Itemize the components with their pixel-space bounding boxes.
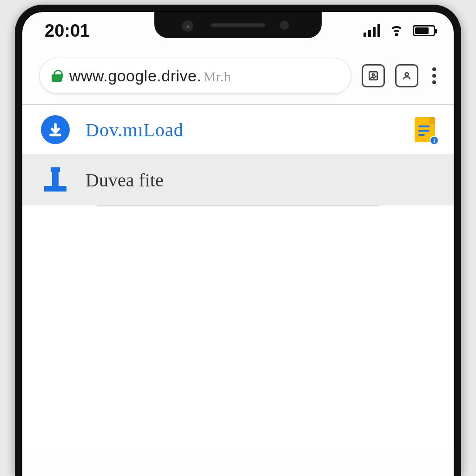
lock-icon <box>52 70 62 82</box>
phone-frame: ‹ 20:01 www.google.drive.Mr.h <box>15 5 461 476</box>
speaker-grille <box>210 23 266 27</box>
url-main: www.google.drive. <box>69 67 201 85</box>
more-menu-button[interactable] <box>429 67 440 84</box>
info-badge: i <box>430 136 439 145</box>
url-suffix: Mr.h <box>203 69 231 84</box>
tab-switcher-button[interactable] <box>362 64 385 87</box>
front-camera-icon <box>280 20 289 30</box>
wifi-icon <box>389 24 404 37</box>
battery-icon <box>413 25 435 36</box>
address-bar[interactable]: www.google.drive.Mr.h <box>39 58 351 94</box>
cellular-icon <box>364 24 380 37</box>
svg-point-1 <box>372 74 374 76</box>
status-right <box>364 24 435 37</box>
front-sensor-icon: ‹ <box>182 20 193 32</box>
status-time: 20:01 <box>45 21 90 41</box>
screen: ‹ 20:01 www.google.drive.Mr.h <box>21 11 455 476</box>
browser-toolbar: www.google.drive.Mr.h <box>22 49 454 104</box>
download-icon <box>41 115 70 144</box>
svg-point-2 <box>405 73 409 76</box>
url-text: www.google.drive.Mr.h <box>69 67 231 85</box>
account-button[interactable] <box>395 64 418 87</box>
list-item-label: Duvea fite <box>86 169 164 191</box>
list-item-download[interactable]: Dov.mıLoad i <box>22 105 454 154</box>
document-icon[interactable]: i <box>415 117 435 142</box>
file-type-icon <box>41 165 70 194</box>
list-item-file[interactable]: Duvea fite <box>22 154 454 205</box>
notch: ‹ <box>154 12 322 38</box>
empty-area <box>22 206 454 448</box>
list-item-label: Dov.mıLoad <box>86 119 184 141</box>
